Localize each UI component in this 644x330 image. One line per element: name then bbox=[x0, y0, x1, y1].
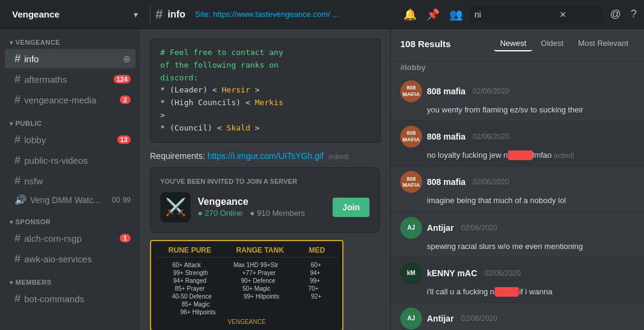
sidebar-item-label: vengeance-media bbox=[24, 95, 120, 105]
req-stat: 50+ Magic bbox=[242, 285, 270, 293]
unread-badge: 124 bbox=[114, 75, 131, 83]
channel-title-area: # info Site: https://www.tastevengeance.… bbox=[150, 5, 343, 24]
result-date: 02/06/2020 bbox=[473, 87, 509, 95]
hash-icon: # bbox=[15, 134, 21, 146]
category-members[interactable]: ▾ MEMBERS bbox=[0, 269, 140, 288]
req-stat: 85+ Prayer bbox=[175, 285, 204, 293]
col2-header: RANGE TANK bbox=[236, 246, 284, 254]
search-result-item[interactable]: 808MAFIA 808 mafia 02/06/2020 imagine be… bbox=[391, 166, 644, 212]
sidebar-item-label: Veng DMM Watc... bbox=[30, 195, 100, 205]
top-bar: Vengeance ▾ # info Site: https://www.tas… bbox=[0, 0, 644, 29]
sidebar-item-label: nsfw bbox=[24, 176, 131, 186]
sidebar: ▾ VENGEANCE # info ⊕ # aftermaths 124 # … bbox=[0, 29, 140, 330]
req-row-7: 96+ Hitpoints bbox=[156, 308, 337, 316]
chevron-icon: ▾ bbox=[10, 219, 13, 225]
sidebar-item-label: info bbox=[24, 54, 120, 64]
requirements-line: Requirements: https://i.imgur.com/UITsYG… bbox=[150, 150, 380, 163]
messages-container: # Feel free to contact any of the follow… bbox=[140, 29, 390, 330]
sidebar-item-label: public-rs-videos bbox=[24, 155, 131, 166]
req-stat: Max 1HD 99+Str bbox=[233, 261, 278, 269]
search-result-item[interactable]: 808MAFIA 808 mafia 02/06/2020 you wenty … bbox=[391, 76, 644, 121]
result-username: Antijar bbox=[427, 314, 454, 323]
search-result-item[interactable]: AJ Antijar 02/06/2020 idc rofl bbox=[391, 303, 644, 330]
req-row-5: 40-50 Defence 99+ Hitpoints 92+ bbox=[156, 293, 337, 300]
sidebar-item-lobby[interactable]: # lobby 13 bbox=[5, 130, 135, 149]
avatar: AJ bbox=[400, 217, 422, 239]
sidebar-item-bot-commands[interactable]: # bot-commands bbox=[5, 289, 135, 308]
site-link[interactable]: Site: https://www.tastevengeance.com/ ..… bbox=[195, 10, 339, 19]
code-line-4: * (Leader) < Hersir > bbox=[160, 84, 370, 97]
content-area: # Feel free to contact any of the follow… bbox=[140, 29, 390, 330]
category-vengeance[interactable]: ▾ VENGEANCE bbox=[0, 29, 140, 48]
avatar: 808MAFIA bbox=[400, 80, 422, 102]
add-member-icon[interactable]: ⊕ bbox=[123, 53, 131, 65]
hash-icon: # bbox=[15, 175, 21, 187]
hash-icon: # bbox=[15, 154, 21, 167]
avatar: 808MAFIA bbox=[400, 126, 422, 147]
search-result-item[interactable]: kM kENNY mAC 02/06/2020 i'll call u a fu… bbox=[391, 257, 644, 303]
sidebar-item-vengeance-media[interactable]: # vengeance-media 2 bbox=[5, 90, 135, 109]
search-clear-icon[interactable]: ✕ bbox=[559, 10, 567, 19]
main-layout: ▾ VENGEANCE # info ⊕ # aftermaths 124 # … bbox=[0, 29, 644, 330]
result-username: 808 mafia bbox=[427, 86, 466, 96]
requirements-url[interactable]: https://i.imgur.com/UITsYGh.gif bbox=[207, 151, 324, 161]
chevron-icon: ▾ bbox=[10, 279, 13, 286]
join-button[interactable]: Join bbox=[333, 198, 369, 217]
sidebar-item-public-rs-videos[interactable]: # public-rs-videos bbox=[5, 150, 135, 170]
sidebar-item-alch-com-rsgp[interactable]: # alch-com-rsgp 1 bbox=[5, 228, 135, 248]
unread-badge: 13 bbox=[117, 135, 131, 144]
code-line-1: # Feel free to contact any bbox=[160, 47, 370, 59]
search-panel: 108 Results Newest Oldest Most Relevant … bbox=[390, 29, 644, 330]
sidebar-item-awk-aio-services[interactable]: # awk-aio-services bbox=[5, 249, 135, 268]
req-stat: 99+ Strength bbox=[173, 269, 208, 277]
category-sponsor[interactable]: ▾ SPONSOR bbox=[0, 209, 140, 228]
req-stat: +77+ Prayer bbox=[242, 269, 276, 277]
req-header: RUNE PURE RANGE TANK MED bbox=[156, 246, 337, 257]
result-text: no loyalty fucking jew n████lmfao (edite… bbox=[400, 150, 634, 161]
sidebar-item-nsfw[interactable]: # nsfw bbox=[5, 171, 135, 190]
members-icon[interactable]: 👥 bbox=[447, 5, 465, 24]
hash-icon: # bbox=[15, 73, 21, 86]
search-result-item[interactable]: 808MAFIA 808 mafia 02/06/2020 no loyalty… bbox=[391, 121, 644, 166]
req-stat: 96+ Hitpoints bbox=[180, 308, 216, 316]
search-result-item[interactable]: AJ Antijar 02/06/2020 spewing racial slu… bbox=[391, 212, 644, 257]
sidebar-item-info[interactable]: # info ⊕ bbox=[5, 49, 135, 68]
sidebar-item-aftermaths[interactable]: # aftermaths 124 bbox=[5, 70, 135, 89]
code-line-2: of the following ranks on bbox=[160, 59, 370, 72]
pin-icon[interactable]: 📌 bbox=[424, 5, 442, 24]
result-text: spewing racial slurs w/o me even mention… bbox=[400, 241, 634, 252]
req-stat: 60+ Attack bbox=[172, 261, 201, 269]
result-header: 808MAFIA 808 mafia 02/06/2020 bbox=[400, 171, 634, 193]
req-stat: 90+ Defence bbox=[241, 277, 275, 285]
result-date: 02/06/2020 bbox=[473, 132, 509, 141]
help-icon[interactable]: ? bbox=[628, 5, 639, 23]
requirements-prefix: Requirements: bbox=[150, 151, 207, 161]
code-line-6: > bbox=[160, 109, 370, 122]
sort-tab-oldest[interactable]: Oldest bbox=[535, 36, 570, 51]
at-icon[interactable]: @ bbox=[608, 5, 623, 23]
voice-counts: 00 99 bbox=[112, 196, 131, 204]
search-bar[interactable]: ✕ bbox=[470, 6, 603, 23]
unread-badge: 2 bbox=[120, 95, 131, 104]
server-name-area[interactable]: Vengeance ▾ bbox=[5, 9, 145, 19]
result-date: 02/06/2020 bbox=[461, 314, 497, 323]
sort-tab-most-relevant[interactable]: Most Relevant bbox=[572, 36, 634, 51]
redacted-text: ████ bbox=[508, 150, 533, 160]
search-input[interactable] bbox=[475, 10, 559, 19]
avatar: kM bbox=[400, 262, 422, 284]
invite-server-icon: ⚔️ bbox=[160, 192, 190, 222]
result-username: 808 mafia bbox=[427, 132, 466, 141]
req-stat: 92+ bbox=[311, 293, 322, 300]
hash-icon: # bbox=[15, 94, 21, 106]
req-stat: 70+ bbox=[308, 285, 319, 293]
bell-icon[interactable]: 🔔 bbox=[401, 5, 419, 24]
sort-tab-newest[interactable]: Newest bbox=[494, 36, 532, 51]
chevron-icon: ▾ bbox=[10, 120, 13, 127]
category-public[interactable]: ▾ PUBLIC bbox=[0, 110, 140, 129]
sort-tabs: Newest Oldest Most Relevant bbox=[494, 36, 634, 51]
invite-stats: ● 270 Online ● 910 Members bbox=[198, 209, 325, 218]
invite-label: YOU'VE BEEN INVITED TO JOIN A SERVER bbox=[160, 178, 369, 185]
sidebar-item-veng-dmm-watch[interactable]: 🔊 Veng DMM Watc... 00 99 bbox=[5, 192, 135, 208]
results-count: 108 Results bbox=[400, 39, 450, 49]
req-row-3: 94+ Ranged 90+ Defence 99+ bbox=[156, 277, 337, 285]
